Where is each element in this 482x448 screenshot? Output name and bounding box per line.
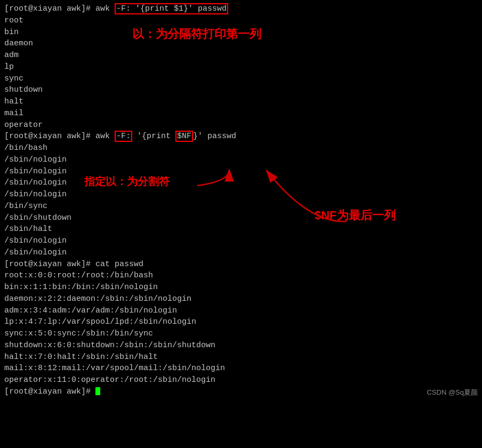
line-26: daemon:x:2:2:daemon:/sbin:/sbin/nologin [4, 293, 478, 305]
line-23: [root@xiayan awk]# cat passwd [4, 259, 478, 270]
line-28: lp:x:4:7:lp:/var/spool/lpd:/sbin/nologin [4, 316, 478, 328]
line-24: root:x:0:0:root:/root:/bin/bash [4, 270, 478, 282]
cmd-highlight-f: -F: [115, 131, 132, 142]
line-11: operator [4, 119, 478, 131]
line-25: bin:x:1:1:bin:/bin:/sbin/nologin [4, 282, 478, 293]
line-18: /bin/sync [4, 201, 478, 212]
line-7: sync [4, 73, 478, 85]
line-10: mail [4, 108, 478, 119]
line-14: /sbin/nologin [4, 154, 478, 166]
line-31: halt:x:7:0:halt:/sbin:/sbin/halt [4, 351, 478, 363]
cmd-highlight-box1: -F: '{print $1}' passwd [115, 3, 228, 14]
line-8: shutdown [4, 84, 478, 96]
annotation-2: 指定以：为分割符 [84, 174, 170, 189]
line-12: [root@xiayan awk]# awk -F: '{print $NF}'… [4, 131, 478, 142]
line-2: root [4, 15, 478, 27]
cmd-highlight-nf: $NF [175, 131, 193, 142]
line-21: /sbin/nologin [4, 235, 478, 247]
line-22: /sbin/nologin [4, 247, 478, 259]
line-17: /sbin/nologin [4, 189, 478, 201]
watermark: CSDN @Sq夏颜 [427, 388, 478, 398]
line-29: sync:x:5:0:sync:/sbin:/bin/sync [4, 328, 478, 340]
line-30: shutdown:x:6:0:shutdown:/sbin:/sbin/shut… [4, 340, 478, 351]
annotation-1: 以：为分隔符打印第一列 [132, 26, 261, 43]
terminal: [root@xiayan awk]# awk -F: '{print $1}' … [0, 0, 482, 401]
line-1: [root@xiayan awk]# awk -F: '{print $1}' … [4, 3, 478, 15]
line-13: /bin/bash [4, 142, 478, 154]
line-34: [root@xiayan awk]# [4, 386, 478, 398]
line-5: adm [4, 50, 478, 61]
line-27: adm:x:3:4:adm:/var/adm:/sbin/nologin [4, 305, 478, 317]
line-6: lp [4, 61, 478, 73]
line-32: mail:x:8:12:mail:/var/spool/mail:/sbin/n… [4, 363, 478, 374]
line-15: /sbin/nologin [4, 166, 478, 178]
line-19: /sbin/shutdown [4, 212, 478, 224]
cursor [95, 387, 100, 395]
line-16: /sbin/nologin [4, 177, 478, 189]
line-33: operator:x:11:0:operator:/root:/sbin/nol… [4, 374, 478, 386]
line-9: halt [4, 96, 478, 108]
annotation-3: $NF为最后一列 [315, 207, 396, 224]
line-20: /sbin/halt [4, 223, 478, 235]
